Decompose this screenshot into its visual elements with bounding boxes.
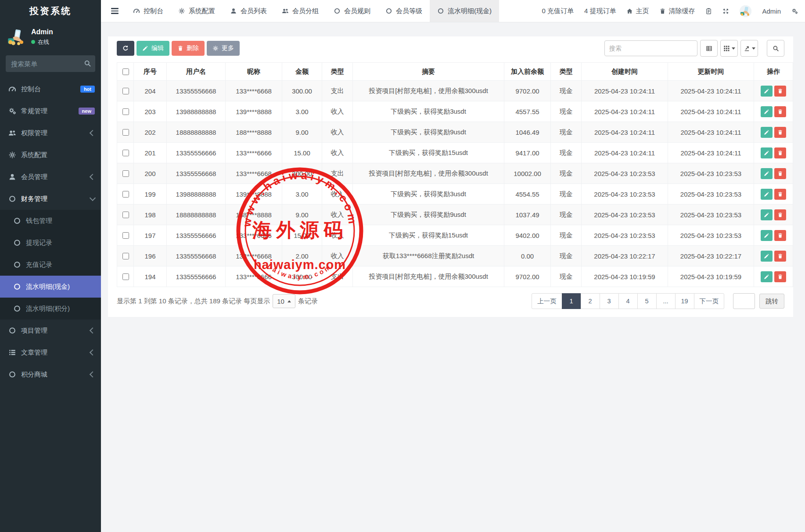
- row-id: 203: [134, 101, 167, 122]
- created-time: 2025-04-23 10:24:11: [582, 81, 668, 101]
- recharge-orders-link[interactable]: 0 充值订单: [542, 7, 574, 15]
- avatar[interactable]: [740, 5, 751, 17]
- sidebar-item-提现记录[interactable]: 提现记录: [0, 232, 101, 254]
- sidebar-item-流水明细(积分)[interactable]: 流水明细(积分): [0, 298, 101, 320]
- row-checkbox[interactable]: [122, 129, 129, 136]
- row-delete-button[interactable]: [774, 86, 786, 97]
- sidebar-item-流水明细(现金)[interactable]: 流水明细(现金): [0, 276, 101, 298]
- clear-cache-button[interactable]: 清除缓存: [659, 7, 695, 15]
- edit-button[interactable]: 编辑: [137, 41, 169, 56]
- created-time: 2025-04-23 10:23:53: [582, 225, 668, 246]
- row-delete-button[interactable]: [774, 127, 786, 138]
- actions-cell: [754, 184, 793, 205]
- sidebar-item-常规管理[interactable]: 常规管理new: [0, 100, 101, 122]
- sidebar-item-权限管理[interactable]: 权限管理: [0, 122, 101, 144]
- columns-button[interactable]: [720, 40, 738, 57]
- tab-系统配置[interactable]: 系统配置: [171, 0, 223, 22]
- settings-button[interactable]: [791, 8, 798, 14]
- hamburger-menu-icon[interactable]: [108, 5, 121, 16]
- sidebar-item-钱包管理[interactable]: 钱包管理: [0, 210, 101, 232]
- row-delete-button[interactable]: [774, 189, 786, 200]
- row-edit-button[interactable]: [761, 147, 773, 158]
- page-button-下一页[interactable]: 下一页: [694, 293, 725, 309]
- sidebar-item-财务管理[interactable]: 财务管理: [0, 188, 101, 210]
- tab-流水明细(现金)[interactable]: 流水明细(现金): [430, 0, 499, 22]
- search-toggle-button[interactable]: [767, 40, 784, 57]
- row-edit-button[interactable]: [761, 271, 773, 282]
- row-checkbox[interactable]: [122, 150, 129, 156]
- row-edit-button[interactable]: [761, 189, 773, 200]
- amount: 9.00: [282, 205, 322, 225]
- search-icon[interactable]: [84, 60, 91, 67]
- jump-page-input[interactable]: [733, 293, 755, 309]
- select-all-checkbox[interactable]: [122, 68, 129, 75]
- row-checkbox[interactable]: [122, 273, 129, 280]
- sidebar-item-积分商城[interactable]: 积分商城: [0, 363, 101, 385]
- row-edit-button[interactable]: [761, 209, 773, 220]
- row-checkbox[interactable]: [122, 253, 129, 259]
- sidebar-item-文章管理[interactable]: 文章管理: [0, 341, 101, 363]
- row-edit-button[interactable]: [761, 251, 773, 262]
- page-button-...[interactable]: ...: [656, 293, 676, 309]
- top-navbar: 控制台系统配置会员列表会员分组会员规则会员等级流水明细(现金) 0 充值订单 4…: [101, 0, 805, 22]
- row-delete-button[interactable]: [774, 230, 786, 241]
- row-delete-button[interactable]: [774, 106, 786, 117]
- badge-new: new: [79, 108, 95, 115]
- detail-view-button[interactable]: [700, 40, 718, 57]
- row-edit-button[interactable]: [761, 86, 773, 97]
- row-delete-button[interactable]: [774, 209, 786, 220]
- tab-label: 会员规则: [344, 7, 370, 15]
- list-icon: [8, 349, 16, 356]
- refresh-button[interactable]: [117, 41, 134, 56]
- jump-button[interactable]: 跳转: [759, 294, 784, 309]
- sidebar-search-input[interactable]: [6, 55, 95, 72]
- row-checkbox[interactable]: [122, 108, 129, 115]
- row-edit-button[interactable]: [761, 106, 773, 117]
- withdraw-orders-link[interactable]: 4 提现订单: [584, 7, 616, 15]
- row-edit-button[interactable]: [761, 127, 773, 138]
- page-button-1[interactable]: 1: [562, 293, 581, 309]
- row-edit-button[interactable]: [761, 230, 773, 241]
- table-search-input[interactable]: [604, 40, 697, 56]
- delete-button[interactable]: 删除: [172, 41, 205, 56]
- user-status: 在线: [38, 38, 49, 46]
- export-button[interactable]: [740, 40, 758, 57]
- row-edit-button[interactable]: [761, 168, 773, 179]
- page-button-3[interactable]: 3: [600, 293, 619, 309]
- row-delete-button[interactable]: [774, 251, 786, 262]
- page-button-19[interactable]: 19: [675, 293, 694, 309]
- page-button-4[interactable]: 4: [618, 293, 638, 309]
- sidebar-item-充值记录[interactable]: 充值记录: [0, 254, 101, 276]
- row-checkbox[interactable]: [122, 232, 129, 239]
- sidebar-item-系统配置[interactable]: 系统配置: [0, 144, 101, 166]
- balance-before: 10002.00: [504, 163, 551, 184]
- row-delete-button[interactable]: [774, 168, 786, 179]
- more-button[interactable]: 更多: [207, 41, 240, 56]
- created-time: 2025-04-23 10:24:11: [582, 101, 668, 122]
- sidebar-item-控制台[interactable]: 控制台hot: [0, 78, 101, 100]
- tab-会员规则[interactable]: 会员规则: [326, 0, 378, 22]
- tab-会员分组[interactable]: 会员分组: [274, 0, 326, 22]
- fullscreen-button[interactable]: [722, 8, 729, 14]
- row-checkbox[interactable]: [122, 170, 129, 177]
- admin-user-menu[interactable]: Admin: [762, 7, 781, 15]
- tab-会员等级[interactable]: 会员等级: [378, 0, 430, 22]
- sidebar-item-会员管理[interactable]: 会员管理: [0, 166, 101, 188]
- page-button-5[interactable]: 5: [637, 293, 657, 309]
- tab-会员列表[interactable]: 会员列表: [223, 0, 274, 22]
- flow-type: 支出: [322, 266, 353, 287]
- log-button[interactable]: [705, 8, 712, 14]
- row-checkbox[interactable]: [122, 212, 129, 218]
- tab-label: 会员列表: [241, 7, 267, 15]
- row-checkbox[interactable]: [122, 88, 129, 94]
- page-size-dropdown[interactable]: 10: [273, 294, 295, 308]
- page-button-2[interactable]: 2: [581, 293, 600, 309]
- app-title: 投资系统: [0, 0, 101, 22]
- home-link[interactable]: 主页: [626, 7, 649, 15]
- sidebar-item-项目管理[interactable]: 项目管理: [0, 320, 101, 341]
- row-delete-button[interactable]: [774, 147, 786, 158]
- page-button-上一页[interactable]: 上一页: [532, 293, 562, 309]
- row-checkbox[interactable]: [122, 191, 129, 198]
- row-delete-button[interactable]: [774, 271, 786, 282]
- tab-控制台[interactable]: 控制台: [126, 0, 171, 22]
